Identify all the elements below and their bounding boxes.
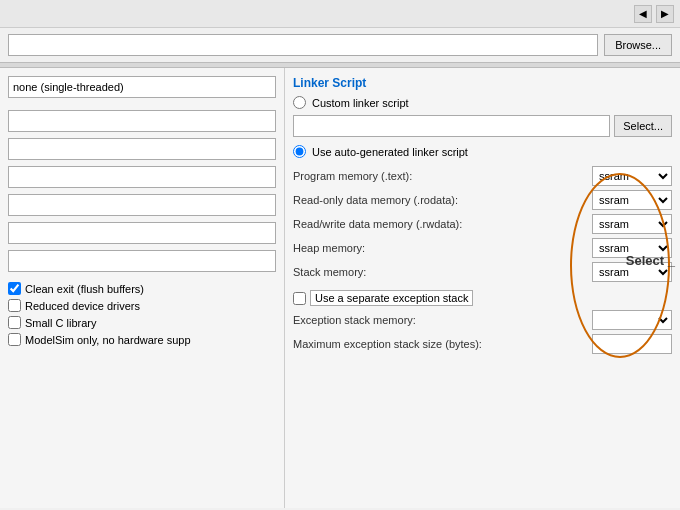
field-4-input[interactable]: timer: [8, 194, 276, 216]
exception-memory-label-row: Exception stack memory:: [293, 310, 672, 330]
navigation-arrows: ◀ ▶: [634, 5, 674, 23]
stack-memory-label: Stack memory:: [293, 266, 592, 278]
auto-generated-radio-row: Use auto-generated linker script: [293, 145, 672, 158]
field-3-input[interactable]: jtag_uart: [8, 166, 276, 188]
stack-memory-row: Stack memory: ssram: [293, 262, 672, 282]
rwdata-memory-label: Read/write data memory (.rwdata):: [293, 218, 592, 230]
custom-linker-radio-row: Custom linker script: [293, 96, 672, 109]
modelsim-checkbox[interactable]: [8, 333, 21, 346]
program-memory-select[interactable]: ssram: [592, 166, 672, 186]
heap-memory-row: Heap memory: ssram: [293, 238, 672, 258]
checkbox-clean-exit: Clean exit (flush buffers): [8, 282, 276, 295]
field-1-input[interactable]: jtag_uart: [8, 110, 276, 132]
file-path-input[interactable]: 2-70\Q81\DE2_70_NIOS_11\nios_ii.ptf: [8, 34, 598, 56]
rwdata-memory-row: Read/write data memory (.rwdata): ssram: [293, 214, 672, 234]
exception-memory-label: Exception stack memory:: [293, 314, 592, 326]
clean-exit-checkbox[interactable]: [8, 282, 21, 295]
field-3: jtag_uart: [8, 166, 276, 188]
linker-script-title: Linker Script: [293, 76, 672, 90]
exception-memory-select[interactable]: [592, 310, 672, 330]
max-exception-size-label: Maximum exception stack size (bytes):: [293, 338, 592, 350]
select-underscore-label: Select _: [626, 253, 675, 268]
small-c-label: Small C library: [25, 317, 97, 329]
reduced-drivers-checkbox[interactable]: [8, 299, 21, 312]
custom-script-input[interactable]: none: [293, 115, 610, 137]
exception-checkbox-row: Use a separate exception stack: [293, 290, 672, 306]
right-panel: Linker Script Custom linker script none …: [285, 68, 680, 508]
modelsim-label: ModelSim only, no hardware supp: [25, 334, 191, 346]
select-button[interactable]: Select...: [614, 115, 672, 137]
field-2-input[interactable]: jtag_uart: [8, 138, 276, 160]
field-6-input[interactable]: 32: [8, 250, 276, 272]
rodata-memory-row: Read-only data memory (.rodata): ssram: [293, 190, 672, 210]
custom-script-row: none Select...: [293, 115, 672, 137]
field-5-input[interactable]: none: [8, 222, 276, 244]
checkbox-reduced-drivers: Reduced device drivers: [8, 299, 276, 312]
threading-field: none (single-threaded): [8, 76, 276, 98]
program-memory-row: Program memory (.text): ssram: [293, 166, 672, 186]
left-panel: none (single-threaded) jtag_uart jtag_ua…: [0, 68, 285, 508]
threading-value: none (single-threaded): [8, 76, 276, 98]
memory-table: Program memory (.text): ssram Read-only …: [293, 166, 672, 282]
clean-exit-label: Clean exit (flush buffers): [25, 283, 144, 295]
field-4: timer: [8, 194, 276, 216]
custom-linker-label: Custom linker script: [312, 97, 409, 109]
reduced-drivers-label: Reduced device drivers: [25, 300, 140, 312]
heap-memory-label: Heap memory:: [293, 242, 592, 254]
back-arrow[interactable]: ◀: [634, 5, 652, 23]
checkbox-small-c: Small C library: [8, 316, 276, 329]
browse-button[interactable]: Browse...: [604, 34, 672, 56]
auto-generated-radio[interactable]: [293, 145, 306, 158]
exception-stack-label: Use a separate exception stack: [310, 290, 473, 306]
checkbox-modelsim: ModelSim only, no hardware supp: [8, 333, 276, 346]
auto-generated-label: Use auto-generated linker script: [312, 146, 468, 158]
field-1: jtag_uart: [8, 110, 276, 132]
main-content: none (single-threaded) jtag_uart jtag_ua…: [0, 68, 680, 508]
max-exception-size-input[interactable]: [592, 334, 672, 354]
rodata-memory-label: Read-only data memory (.rodata):: [293, 194, 592, 206]
program-memory-label: Program memory (.text):: [293, 170, 592, 182]
field-2: jtag_uart: [8, 138, 276, 160]
max-exception-size-row: Maximum exception stack size (bytes):: [293, 334, 672, 354]
exception-stack-checkbox[interactable]: [293, 292, 306, 305]
custom-linker-radio[interactable]: [293, 96, 306, 109]
forward-arrow[interactable]: ▶: [656, 5, 674, 23]
small-c-checkbox[interactable]: [8, 316, 21, 329]
rodata-memory-select[interactable]: ssram: [592, 190, 672, 210]
file-path-row: 2-70\Q81\DE2_70_NIOS_11\nios_ii.ptf Brow…: [0, 28, 680, 62]
rwdata-memory-select[interactable]: ssram: [592, 214, 672, 234]
field-5: none: [8, 222, 276, 244]
top-bar: ◀ ▶: [0, 0, 680, 28]
field-6: 32: [8, 250, 276, 272]
